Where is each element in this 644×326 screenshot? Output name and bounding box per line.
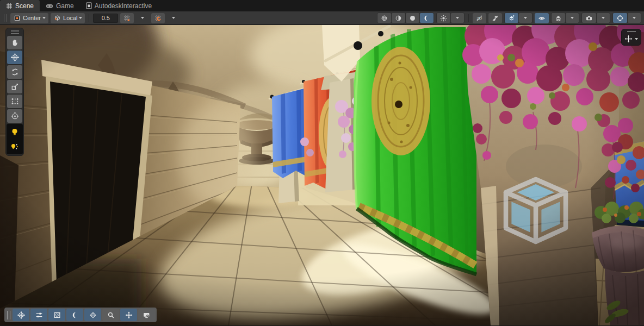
tool-palette [5, 28, 24, 156]
search-toggle[interactable] [102, 309, 119, 321]
palette-drag-handle[interactable] [11, 30, 19, 34]
rect-tool-button[interactable] [7, 95, 22, 108]
vignette [0, 25, 644, 325]
light-tool-icon [10, 127, 20, 137]
draw-mode-group [377, 12, 434, 23]
fx-group [504, 12, 532, 23]
scene-viewport[interactable] [0, 25, 644, 325]
tab-bar: Scene Game AutodeskInteractive [0, 0, 644, 11]
pivot-dropdown[interactable]: Center [10, 13, 48, 23]
increment-snap-button[interactable] [151, 13, 165, 23]
wire-sphere-icon [380, 14, 388, 22]
rect-tool-icon [10, 97, 20, 106]
audio-toggle-button[interactable] [488, 13, 502, 23]
grid-snap-button[interactable] [120, 13, 134, 23]
gizmos-button[interactable] [613, 13, 627, 23]
camera-group [581, 12, 610, 23]
camera-icon [585, 14, 593, 22]
scene-visibility-button[interactable] [535, 13, 549, 23]
tab-game[interactable]: Game [40, 0, 80, 11]
chevron-down-icon [456, 17, 459, 19]
display-capture-icon [142, 311, 151, 319]
fx-layers-icon [507, 14, 516, 22]
tab-autodesk-interactive[interactable]: AutodeskInteractive [80, 0, 158, 11]
toolbar-right-cluster: 2D [377, 12, 641, 23]
orientation-dropdown[interactable]: Local [51, 13, 85, 23]
hand-tool-button[interactable] [7, 36, 22, 49]
layers-dropdown[interactable] [566, 13, 579, 23]
bottom-toolbar-drag-handle[interactable] [7, 311, 10, 319]
layers-button[interactable] [552, 13, 565, 23]
light-tool-button[interactable] [7, 125, 22, 139]
camera-dropdown[interactable] [597, 13, 610, 23]
camera-settings-button[interactable] [582, 13, 596, 23]
light-probe-tool-icon [10, 142, 20, 152]
probe-diamond-icon [89, 311, 97, 319]
shaded-sphere-icon [394, 14, 403, 22]
wireframe-mode-button[interactable] [377, 13, 391, 23]
overlay-drag-handle[interactable] [627, 31, 636, 33]
hatch-grid-toggle[interactable] [48, 309, 65, 321]
scene-toolbar: Center Local [0, 11, 644, 25]
shaded-wire-mode-button[interactable] [392, 13, 405, 23]
effects-button[interactable] [437, 13, 450, 23]
probe-diamond-toggle[interactable] [84, 309, 101, 321]
chevron-down-icon[interactable] [635, 38, 638, 40]
custom-tools-section [7, 124, 23, 154]
tab-autodesk-label: AutodeskInteractive [95, 2, 152, 10]
material-icon [86, 2, 92, 9]
levels-toggle[interactable] [30, 309, 47, 321]
orientation-local-icon [53, 14, 61, 22]
hand-tool-icon [10, 38, 20, 47]
chevron-down-icon [79, 17, 82, 19]
gamepad-icon [46, 3, 53, 9]
chevron-down-icon [602, 17, 605, 19]
move-gizmo-toggle[interactable] [13, 309, 29, 321]
hatch-grid-icon [53, 311, 61, 319]
layers-stack-icon [554, 14, 562, 22]
divider [89, 14, 89, 22]
gizmos-dropdown[interactable] [628, 13, 641, 23]
scene-grid-icon [6, 3, 13, 9]
light-probe-tool-button[interactable] [7, 140, 22, 153]
fx-layers-button[interactable] [505, 13, 518, 23]
gizmos-group [612, 12, 641, 23]
gizmos-orbit-icon [616, 14, 624, 22]
fx-layers-dropdown[interactable] [519, 13, 532, 23]
scale-tool-button[interactable] [7, 80, 22, 93]
tab-scene[interactable]: Scene [0, 0, 40, 11]
2d-toggle-button[interactable]: 2D [473, 13, 486, 23]
chevron-down-icon [571, 17, 574, 19]
grid-snap-dropdown[interactable] [136, 13, 149, 23]
lighting-toggle-button[interactable] [420, 13, 434, 23]
increment-snap-icon [154, 14, 162, 22]
snap-increment-field[interactable] [93, 14, 118, 23]
transform-tool-button[interactable] [7, 109, 22, 123]
moon-icon [71, 311, 79, 319]
visibility-eye-icon [537, 14, 546, 22]
tab-game-label: Game [56, 2, 74, 10]
move-tool-button[interactable] [7, 51, 22, 64]
grid-snap-icon [123, 14, 131, 22]
divider [468, 14, 469, 22]
shaded-mode-button[interactable] [406, 13, 419, 23]
scene-render [0, 25, 644, 325]
solid-sphere-icon [408, 14, 417, 22]
orientation-label: Local [63, 15, 77, 21]
chevron-down-icon [42, 17, 46, 19]
move-small-toggle[interactable] [120, 309, 137, 321]
layers-group [551, 12, 579, 23]
chevron-down-icon [172, 17, 175, 19]
toolbar-drag-handle[interactable] [4, 14, 7, 22]
move-gizmo-icon [17, 311, 26, 319]
moon-toggle[interactable] [66, 309, 83, 321]
bottom-toolbar [4, 308, 157, 322]
display-capture-toggle[interactable] [138, 309, 155, 321]
increment-snap-dropdown[interactable] [167, 13, 180, 23]
effects-dropdown[interactable] [451, 13, 464, 23]
move-tool-icon [10, 53, 20, 62]
rotate-tool-button[interactable] [7, 65, 22, 79]
chevron-down-icon [633, 17, 636, 19]
orientation-gizmo-icon[interactable] [624, 35, 633, 43]
tab-scene-label: Scene [15, 2, 34, 10]
